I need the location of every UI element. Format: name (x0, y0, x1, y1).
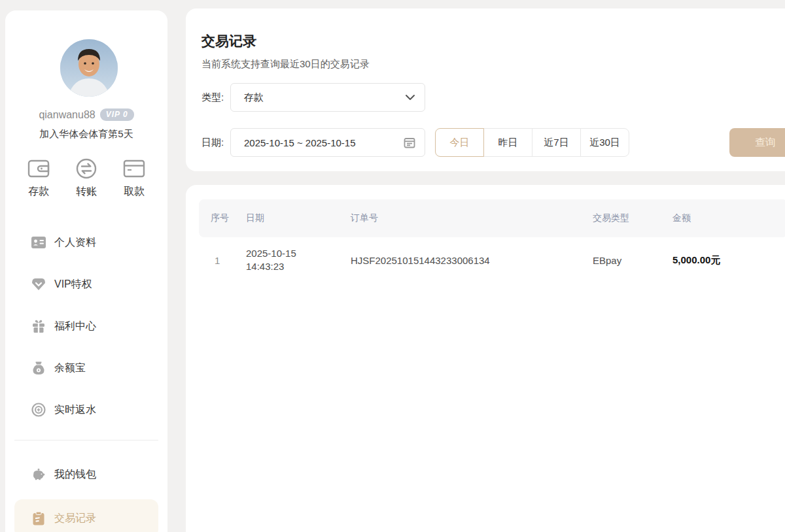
vip-gem-icon (31, 277, 46, 291)
transfer-action[interactable]: 转账 (66, 157, 107, 199)
sidebar-item-label: 福利中心 (54, 320, 96, 333)
page-title: 交易记录 (201, 32, 256, 50)
date-range-presets: 今日 昨日 近7日 近30日 (435, 128, 629, 157)
date-label: 日期: (201, 128, 224, 157)
preset-30days-button[interactable]: 近30日 (580, 128, 629, 157)
quick-actions: 存款 转账 取款 (18, 157, 154, 199)
preset-7days-button[interactable]: 近7日 (532, 128, 581, 157)
sidebar-item-wallet[interactable]: 我的钱包 (5, 454, 167, 495)
sidebar-item-benefits[interactable]: 福利中心 (5, 305, 167, 347)
username: qianwanu88 (39, 109, 95, 121)
type-select-value: 存款 (244, 91, 405, 104)
wallet-icon (27, 157, 50, 180)
table-row: 1 2025-10-15 14:43:23 HJSF20251015144323… (199, 237, 785, 283)
money-bag-icon (31, 361, 46, 375)
quick-action-label: 取款 (124, 185, 145, 199)
filter-panel: 交易记录 当前系统支持查询最近30日的交易记录 类型: 存款 日期: 2025-… (186, 8, 785, 171)
sidebar-divider (14, 440, 158, 441)
calendar-icon (404, 137, 415, 148)
search-button[interactable]: 查询 (729, 128, 785, 157)
cell-date: 2025-10-15 14:43:23 (246, 247, 351, 273)
sidebar-item-profile[interactable]: 个人资料 (5, 222, 167, 263)
transfer-icon (75, 157, 97, 180)
sidebar-item-rebate[interactable]: 实时返水 (5, 389, 167, 431)
cell-date-time: 14:43:23 (246, 260, 351, 273)
header-date: 日期 (246, 212, 351, 224)
header-type: 交易类型 (593, 212, 672, 224)
sidebar-wallet-section: 我的钱包 交易记录 (5, 454, 167, 532)
type-select[interactable]: 存款 (230, 83, 425, 112)
sidebar: qianwanu88 VIP 0 加入华体会体育第5天 存款 (5, 10, 167, 532)
cell-index: 1 (211, 255, 246, 266)
cell-date-day: 2025-10-15 (246, 247, 351, 260)
sidebar-item-label: 余额宝 (54, 361, 86, 375)
chevron-down-icon (405, 94, 415, 101)
cell-amount: 5,000.00元 (672, 254, 785, 267)
preset-today-button[interactable]: 今日 (435, 128, 484, 157)
type-label: 类型: (201, 83, 224, 112)
preset-yesterday-button[interactable]: 昨日 (483, 128, 532, 157)
cell-type: EBpay (593, 255, 672, 266)
header-order-no: 订单号 (351, 212, 593, 224)
transactions-table: 序号 日期 订单号 交易类型 金额 1 2025-10-15 14:43:23 … (186, 185, 785, 532)
sidebar-item-transactions[interactable]: 交易记录 (14, 499, 158, 532)
sidebar-item-label: 交易记录 (54, 512, 96, 525)
vip-badge: VIP 0 (100, 108, 134, 121)
deposit-action[interactable]: 存款 (18, 157, 59, 199)
sidebar-item-label: 个人资料 (54, 236, 96, 250)
id-card-icon (31, 235, 46, 250)
sidebar-item-label: VIP特权 (54, 278, 92, 291)
joined-days-text: 加入华体会体育第5天 (5, 128, 167, 141)
header-index: 序号 (211, 212, 246, 224)
date-range-value: 2025-10-15 ~ 2025-10-15 (244, 137, 404, 148)
sidebar-nav: 个人资料 VIP特权 福利中心 余额宝 实时返水 (5, 222, 167, 431)
clipboard-icon (31, 511, 46, 525)
sidebar-item-label: 实时返水 (54, 403, 96, 417)
header-amount: 金额 (672, 212, 785, 224)
sidebar-item-yuebao[interactable]: 余额宝 (5, 347, 167, 389)
coin-icon (31, 403, 46, 417)
date-range-input[interactable]: 2025-10-15 ~ 2025-10-15 (230, 128, 425, 157)
avatar[interactable] (60, 39, 118, 97)
table-header-row: 序号 日期 订单号 交易类型 金额 (199, 199, 785, 237)
bank-card-icon (123, 157, 145, 180)
quick-action-label: 转账 (76, 185, 97, 199)
cell-order-no: HJSF202510151443233006134 (351, 255, 593, 266)
sidebar-item-label: 我的钱包 (54, 468, 96, 482)
user-row: qianwanu88 VIP 0 (5, 108, 167, 121)
piggy-bank-icon (31, 467, 46, 482)
sidebar-item-vip[interactable]: VIP特权 (5, 263, 167, 305)
withdraw-action[interactable]: 取款 (114, 157, 154, 199)
page-subtitle: 当前系统支持查询最近30日的交易记录 (201, 58, 370, 71)
gift-icon (31, 319, 46, 333)
quick-action-label: 存款 (28, 185, 49, 199)
